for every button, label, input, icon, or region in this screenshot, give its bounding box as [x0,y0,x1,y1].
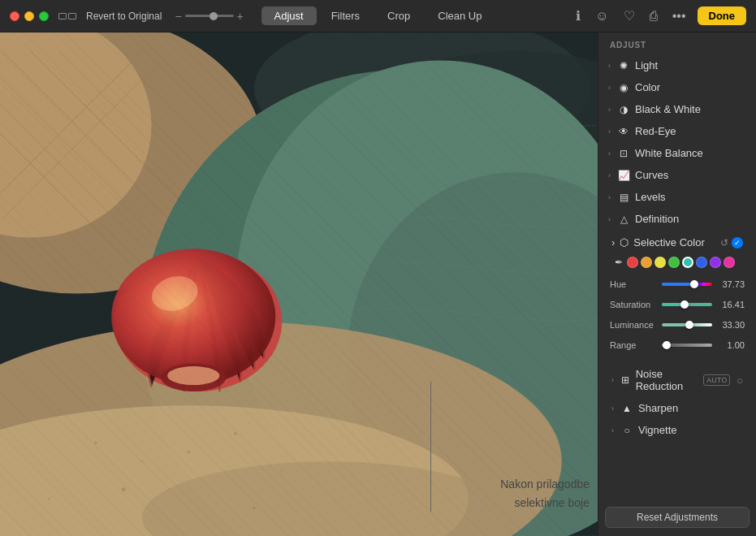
adjust-item-label: Color [635,81,660,93]
white-balance-icon: ⊡ [617,148,630,159]
saturation-row: Saturation 16.41 [610,296,745,313]
revert-to-original-button[interactable]: Revert to Original [86,11,162,22]
svg-line-4 [2,51,171,219]
undo-icon[interactable]: ↺ [720,237,728,249]
bw-icon: ◑ [617,104,630,115]
svg-point-21 [94,441,97,443]
tab-filters[interactable]: Filters [318,6,373,25]
share-button[interactable]: ⎙ [646,7,661,25]
range-slider[interactable] [662,344,712,347]
zoom-out-button[interactable]: − [175,10,181,23]
saturation-label: Saturation [610,300,659,309]
adjust-item-noise-reduction[interactable]: › ⊞ Noise Reduction AUTO ○ [605,363,750,397]
adjust-item-label: Red-Eye [635,125,676,137]
noise-reduction-icon: ⊞ [620,374,631,386]
tab-cleanup[interactable]: Clean Up [425,6,495,25]
swatch-teal[interactable] [682,257,693,268]
luminance-value: 33.30 [715,320,745,330]
tab-adjust[interactable]: Adjust [261,6,317,25]
range-row: Range 1.00 [610,336,745,354]
photo-area[interactable]: Nakon prilagodbe selektivne boje [0,32,598,536]
hue-row: Hue 37.73 [610,275,745,293]
chevron-right-icon: › [608,62,611,70]
swatch-green[interactable] [668,257,680,268]
adjust-item-label: Sharpen [638,402,678,414]
adjust-item-color[interactable]: › ◉ Color [602,76,753,98]
swatch-blue[interactable] [696,257,707,268]
saturation-value: 16.41 [715,300,745,309]
swatch-yellow[interactable] [654,257,666,268]
window-mode-icon [58,13,76,19]
adjust-item-definition[interactable]: › △ Definition [602,208,753,230]
eyedropper-tool[interactable]: ✒ [613,257,624,268]
light-icon: ✺ [617,60,630,71]
swatch-orange[interactable] [641,257,652,268]
chevron-right-icon: › [608,149,611,158]
maximize-button[interactable] [39,11,49,21]
annotation-text-line2: selektivne boje [514,496,590,509]
adjust-item-label: White Balance [635,147,703,159]
swatch-purple[interactable] [710,257,721,268]
nav-tabs: Adjust Filters Crop Clean Up [261,6,495,25]
luminance-slider[interactable] [662,323,712,326]
svg-point-23 [234,432,236,434]
zoom-in-button[interactable]: + [237,10,244,23]
selective-color-section: › ⬡ Selective Color ↺ ✓ ✒ [605,231,750,361]
swatch-magenta[interactable] [724,257,735,268]
chevron-right-icon: › [608,84,611,92]
hue-value: 37.73 [715,279,745,289]
tab-crop[interactable]: Crop [374,6,423,25]
adjust-item-label: Vignette [638,424,676,436]
more-button[interactable]: ••• [669,7,689,25]
annotation-text-line1: Nakon prilagodbe [500,478,590,491]
svg-point-26 [188,451,190,453]
done-button[interactable]: Done [698,6,747,25]
selective-color-active-badge[interactable]: ✓ [732,237,743,249]
close-button[interactable] [10,11,19,21]
adjust-item-curves[interactable]: › 📈 Curves [602,164,753,186]
color-swatches: ✒ [605,253,750,271]
saturation-slider[interactable] [662,303,712,306]
luminance-row: Luminance 33.30 [610,316,745,334]
chevron-right-icon: › [608,128,611,136]
selective-color-actions: ↺ ✓ [720,237,743,249]
svg-rect-17 [310,126,598,536]
hue-slider[interactable] [662,283,712,286]
svg-line-8 [0,107,123,257]
adjust-item-white-balance[interactable]: › ⊡ White Balance [602,142,753,164]
chevron-right-icon: › [611,426,614,434]
minimize-button[interactable] [24,11,34,21]
swatch-red[interactable] [627,257,638,268]
selective-color-icon: ⬡ [620,236,629,249]
adjust-item-label: Levels [635,191,666,203]
adjust-item-levels[interactable]: › ▤ Levels [602,186,753,208]
selective-color-header[interactable]: › ⬡ Selective Color ↺ ✓ [605,231,750,253]
reset-adjustments-button[interactable]: Reset Adjustments [605,507,750,528]
chevron-down-icon: › [611,236,615,249]
svg-point-19 [0,405,469,536]
auto-badge: AUTO [703,374,730,386]
selective-color-label: Selective Color [633,236,704,249]
info-button[interactable]: ℹ [572,6,584,25]
panel-header: ADJUST [598,32,756,54]
zoom-control: − + [175,10,243,23]
photo-image [0,32,598,536]
photo-svg [0,32,598,536]
zoom-slider[interactable] [185,15,234,17]
adjust-item-black-white[interactable]: › ◑ Black & White [602,98,753,120]
svg-line-10 [2,51,171,219]
adjust-item-sharpen[interactable]: › ▲ Sharpen [605,397,750,419]
emoji-button[interactable]: ☺ [592,7,611,25]
svg-point-27 [48,498,50,499]
adjust-item-label: Definition [635,213,679,225]
svg-line-6 [58,51,227,219]
svg-line-3 [0,51,142,219]
heart-button[interactable]: ♡ [620,6,638,25]
definition-icon: △ [617,214,630,225]
adjust-item-light[interactable]: › ✺ Light [602,54,753,76]
adjust-item-red-eye[interactable]: › 👁 Red-Eye [602,120,753,142]
svg-point-22 [141,460,143,462]
adjust-item-vignette[interactable]: › ○ Vignette [605,419,750,441]
adjust-item-label: Noise Reduction [636,368,698,392]
chevron-right-icon: › [608,215,611,223]
